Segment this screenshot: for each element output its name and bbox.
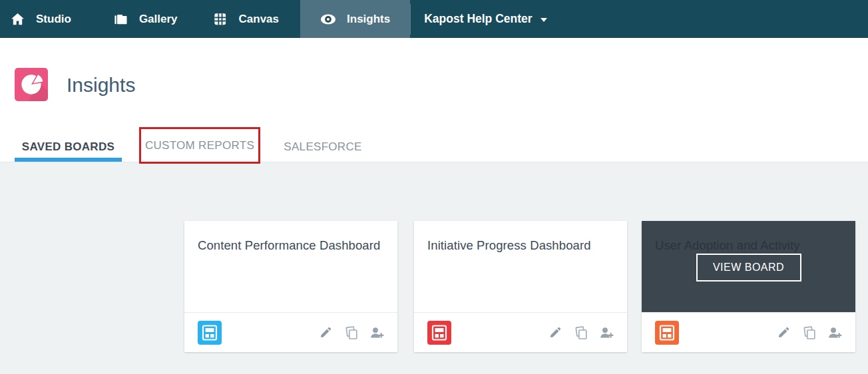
tab-custom-reports[interactable]: CUSTOM REPORTS — [139, 127, 260, 164]
caret-down-icon — [541, 18, 547, 22]
tab-label: CUSTOM REPORTS — [145, 139, 254, 152]
tab-label: SAVED BOARDS — [22, 140, 114, 154]
page-title: Insights — [67, 73, 135, 97]
nav-item-label: Studio — [36, 13, 71, 26]
view-board-button[interactable]: VIEW BOARD — [696, 254, 801, 281]
nav-divider — [410, 4, 411, 35]
card-actions — [320, 325, 384, 340]
nav-item-canvas[interactable]: Canvas — [212, 0, 279, 38]
edit-icon[interactable] — [777, 326, 790, 339]
board-layout-icon — [198, 321, 222, 345]
nav-item-studio[interactable]: Studio — [9, 0, 71, 38]
board-card-content-performance[interactable]: Content Performance Dashboard — [184, 221, 397, 352]
card-body-hover-overlay: User Adoption and Activity VIEW BOARD — [642, 221, 855, 312]
board-card-initiative-progress[interactable]: Initiative Progress Dashboard — [414, 221, 627, 352]
board-title: Content Performance Dashboard — [198, 238, 384, 253]
tab-salesforce[interactable]: SALESFORCE — [282, 132, 363, 162]
insights-page: Studio Gallery — [0, 0, 868, 374]
board-layout-icon — [655, 321, 679, 345]
edit-icon[interactable] — [320, 326, 332, 339]
edit-icon[interactable] — [549, 326, 562, 339]
board-card-user-adoption[interactable]: User Adoption and Activity VIEW BOARD — [642, 221, 855, 352]
card-actions — [777, 325, 842, 340]
folder-icon — [112, 11, 128, 27]
tab-label: SALESFORCE — [284, 140, 361, 154]
board-layout-icon — [427, 321, 451, 345]
tab-saved-boards[interactable]: SAVED BOARDS — [15, 132, 122, 162]
board-title: Initiative Progress Dashboard — [427, 238, 614, 253]
nav-item-gallery[interactable]: Gallery — [112, 0, 178, 38]
duplicate-icon[interactable] — [801, 325, 816, 340]
card-footer — [184, 312, 397, 352]
duplicate-icon[interactable] — [573, 325, 588, 340]
eye-icon — [320, 13, 336, 26]
card-body: Content Performance Dashboard — [184, 221, 397, 312]
add-user-icon[interactable] — [599, 326, 614, 339]
nav-item-insights[interactable]: Insights — [300, 0, 410, 38]
add-user-icon[interactable] — [827, 326, 842, 339]
home-icon — [9, 11, 25, 27]
help-center-label: Kapost Help Center — [424, 12, 532, 26]
duplicate-icon[interactable] — [343, 325, 358, 340]
card-actions — [549, 325, 614, 340]
help-center-menu[interactable]: Kapost Help Center — [424, 0, 546, 38]
nav-item-label: Insights — [347, 13, 390, 26]
board-title: User Adoption and Activity — [655, 238, 842, 253]
card-footer — [642, 312, 855, 352]
grid-icon — [212, 11, 228, 27]
card-footer — [414, 312, 627, 352]
insights-app-icon — [15, 68, 48, 101]
top-nav: Studio Gallery — [0, 0, 868, 38]
card-body: Initiative Progress Dashboard — [414, 221, 627, 312]
nav-item-label: Gallery — [139, 13, 178, 26]
nav-item-label: Canvas — [239, 13, 279, 26]
add-user-icon[interactable] — [369, 326, 384, 339]
